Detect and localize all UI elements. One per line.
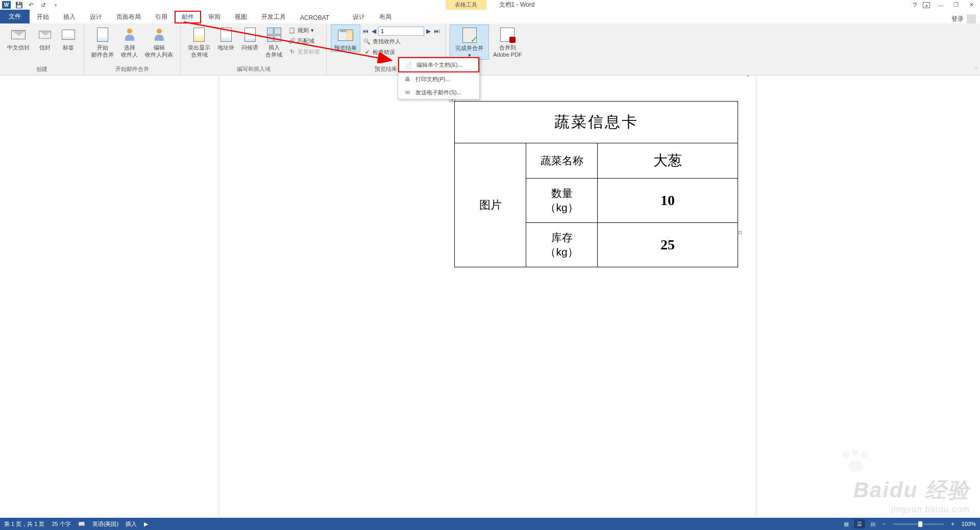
tab-table-design[interactable]: 设计 — [346, 11, 372, 23]
stock-value-cell[interactable]: 25 — [598, 223, 738, 267]
document-icon: 📄 — [404, 61, 412, 69]
tab-references[interactable]: 引用 — [148, 11, 175, 23]
watermark-paw-icon — [837, 451, 873, 482]
printer-icon: 🖶 — [403, 75, 411, 83]
group-create: 中文信封 信封 标签 创建 — [0, 23, 84, 75]
save-icon[interactable]: 💾 — [15, 1, 23, 9]
word-app-icon: W — [2, 1, 11, 9]
title-bar: W 💾 ↶ ↺ ▾ 表格工具 文档1 - Word ? ▴ — ❐ ✕ — [0, 0, 980, 10]
table-title-cell[interactable]: 蔬菜信息卡 — [455, 102, 738, 143]
tab-home[interactable]: 开始 — [30, 11, 56, 23]
user-avatar-icon[interactable] — [967, 14, 976, 23]
tab-mailings[interactable]: 邮件 — [175, 11, 201, 23]
ribbon-tabs: 文件 开始 插入 设计 页面布局 引用 邮件 审阅 视图 开发工具 ACROBA… — [0, 10, 980, 23]
collapse-ribbon-icon[interactable]: ˇ — [975, 67, 977, 73]
read-mode-button[interactable]: ▦ — [841, 519, 852, 528]
qat-more-icon[interactable]: ▾ — [52, 1, 60, 9]
highlight-fields-button[interactable]: 突出显示 合并域 — [185, 24, 213, 59]
insert-mode[interactable]: 插入 — [126, 520, 137, 528]
record-number-input[interactable] — [378, 27, 424, 36]
finish-merge-dropdown: 📄编辑单个文档(E)... 🖶打印文档(P)... ✉发送电子邮件(S)... — [398, 57, 480, 99]
last-record-button[interactable]: ⏭ — [433, 28, 441, 35]
chinese-envelope-button[interactable]: 中文信封 — [4, 24, 33, 51]
group-start-label: 开始邮件合并 — [115, 65, 149, 74]
address-block-button[interactable]: 地址块 — [214, 24, 237, 51]
ruler-indent-marker[interactable] — [745, 75, 750, 78]
minimize-button[interactable]: — — [936, 1, 945, 9]
greeting-line-button[interactable]: 问候语 — [238, 24, 261, 51]
group-write-insert: 突出显示 合并域 地址块 问候语 插入 合并域 📋规则 ▾ 🔗匹配域 ↻更新标签… — [181, 23, 327, 75]
tab-table-layout[interactable]: 布局 — [372, 11, 399, 23]
tab-page-layout[interactable]: 页面布局 — [109, 11, 148, 23]
start-mail-merge-button[interactable]: 开始 邮件合并 — [88, 24, 117, 59]
ribbon-toolbar: 中文信封 信封 标签 创建 开始 邮件合并 选择 收件人 编辑 收件人列表 开始… — [0, 23, 980, 75]
info-table[interactable]: 蔬菜信息卡 图片 蔬菜名称 大葱 数量（kg） 10 库存（kg） 25 — [454, 101, 738, 267]
next-record-button[interactable]: ▶ — [425, 28, 432, 35]
zoom-level[interactable]: 103% — [962, 521, 976, 527]
page[interactable]: ✥ 蔬菜信息卡 图片 蔬菜名称 大葱 数量（kg） 10 库存（kg） 25 — [219, 75, 755, 518]
zoom-in-button[interactable]: + — [949, 521, 956, 527]
document-title: 文档1 - Word — [499, 1, 535, 9]
document-area: ✥ 蔬菜信息卡 图片 蔬菜名称 大葱 数量（kg） 10 库存（kg） 25 — [0, 75, 980, 518]
prev-record-button[interactable]: ◀ — [371, 28, 377, 35]
tab-view[interactable]: 视图 — [228, 11, 254, 23]
status-bar: 第 1 页，共 1 页 25 个字 📖 英语(美国) 插入 ▶ ▦ ☰ ▤ − … — [0, 518, 980, 530]
qty-value-cell[interactable]: 10 — [598, 179, 738, 223]
login-label[interactable]: 登录 — [951, 15, 964, 23]
group-preview-label: 预览结果 — [375, 65, 397, 74]
edit-individual-docs-item[interactable]: 📄编辑单个文档(E)... — [398, 57, 479, 72]
macro-icon[interactable]: ▶ — [144, 521, 148, 527]
match-fields-button[interactable]: 🔗匹配域 — [286, 36, 322, 46]
quick-access-toolbar: W 💾 ↶ ↺ ▾ — [0, 1, 60, 9]
word-count[interactable]: 25 个字 — [52, 520, 70, 528]
labels-button[interactable]: 标签 — [57, 24, 80, 51]
table-tools-context-label: 表格工具 — [446, 0, 486, 10]
finish-merge-button[interactable]: 完成并合并▾ — [450, 24, 489, 60]
ribbon-options-icon[interactable]: ▴ — [923, 2, 930, 8]
page-indicator[interactable]: 第 1 页，共 1 页 — [4, 520, 44, 528]
email-icon: ✉ — [403, 88, 411, 96]
tab-design[interactable]: 设计 — [83, 11, 109, 23]
envelope-button[interactable]: 信封 — [34, 24, 56, 51]
update-labels-button: ↻更新标签 — [286, 47, 322, 57]
send-email-item[interactable]: ✉发送电子邮件(S)... — [398, 86, 479, 99]
web-layout-button[interactable]: ▤ — [867, 519, 878, 528]
select-recipients-button[interactable]: 选择 收件人 — [118, 24, 141, 59]
language-indicator[interactable]: 英语(美国) — [92, 520, 118, 528]
rules-button[interactable]: 📋规则 ▾ — [286, 26, 322, 35]
tab-insert[interactable]: 插入 — [56, 11, 83, 23]
tab-review[interactable]: 审阅 — [201, 11, 228, 23]
record-navigation: ⏮ ◀ ▶ ⏭ — [361, 27, 441, 36]
image-label-cell[interactable]: 图片 — [455, 143, 526, 267]
group-create-label: 创建 — [36, 65, 47, 74]
stock-label-cell[interactable]: 库存（kg） — [526, 223, 598, 267]
check-errors-button[interactable]: ✔检查错误 — [361, 47, 441, 57]
name-value-cell[interactable]: 大葱 — [598, 143, 738, 179]
undo-icon[interactable]: ↶ — [27, 1, 35, 9]
help-icon[interactable]: ? — [913, 1, 917, 9]
group-start-merge: 开始 邮件合并 选择 收件人 编辑 收件人列表 开始邮件合并 — [84, 23, 181, 75]
merge-to-pdf-button[interactable]: 合并到 Adobe PDF — [490, 24, 525, 59]
close-button[interactable]: ✕ — [967, 1, 976, 9]
tab-file[interactable]: 文件 — [0, 10, 30, 23]
zoom-slider[interactable] — [893, 523, 944, 525]
spell-check-icon[interactable]: 📖 — [78, 521, 85, 527]
restore-button[interactable]: ❐ — [951, 1, 961, 9]
print-docs-item[interactable]: 🖶打印文档(P)... — [398, 72, 479, 86]
find-recipient-button[interactable]: 🔍查找收件人 — [361, 37, 441, 46]
tab-acrobat[interactable]: ACROBAT — [293, 12, 336, 23]
edit-recipients-button[interactable]: 编辑 收件人列表 — [142, 24, 176, 59]
qty-label-cell[interactable]: 数量（kg） — [526, 179, 598, 223]
group-finish-label — [486, 65, 488, 73]
group-write-label: 编写和插入域 — [237, 65, 271, 74]
tab-devtools[interactable]: 开发工具 — [254, 11, 293, 23]
preview-results-button[interactable]: 预览结果 — [331, 24, 360, 52]
redo-icon[interactable]: ↺ — [39, 1, 47, 9]
name-label-cell[interactable]: 蔬菜名称 — [526, 143, 598, 179]
table-resize-handle[interactable] — [739, 231, 742, 234]
first-record-button[interactable]: ⏮ — [361, 28, 370, 35]
print-layout-button[interactable]: ☰ — [854, 519, 865, 528]
insert-merge-field-button[interactable]: 插入 合并域 — [262, 24, 285, 59]
zoom-out-button[interactable]: − — [880, 521, 888, 527]
